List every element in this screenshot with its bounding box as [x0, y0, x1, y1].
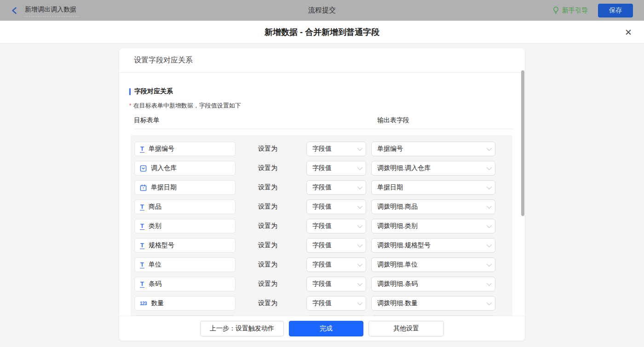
- mode-select[interactable]: 字段值: [306, 257, 366, 272]
- modal-body: 设置字段对应关系 字段对应关系 *在目标表单中新增数据，字段值设置如下 目标表单…: [0, 44, 644, 347]
- beginner-guide-link[interactable]: 新手引导: [552, 6, 588, 15]
- section-accent-bar: [129, 88, 131, 95]
- chevron-down-icon: [357, 281, 362, 286]
- flow-name[interactable]: 新增调出调入数据: [24, 5, 79, 17]
- chevron-down-icon: [357, 204, 362, 209]
- mode-select[interactable]: 字段值: [306, 238, 366, 253]
- set-as-label: 设置为: [241, 145, 301, 153]
- mapping-row: 123 数量 设置为 字段值 调拨明细.数量: [134, 296, 496, 311]
- set-as-label: 设置为: [241, 280, 301, 288]
- guide-label: 新手引导: [562, 6, 588, 15]
- target-field-label: 调入仓库: [151, 164, 177, 172]
- target-field[interactable]: T 商品: [134, 199, 236, 214]
- mapping-rows: T 单据编号 设置为 字段值 单据编号: [131, 135, 512, 336]
- topbar: 新增调出调入数据 流程提交 新手引导 保存: [0, 0, 644, 21]
- target-field-label: 数量: [151, 299, 164, 307]
- set-as-label: 设置为: [241, 203, 301, 211]
- back-button[interactable]: [11, 7, 17, 14]
- column-header-output-fields: 输出表字段: [377, 116, 409, 125]
- section-head: 字段对应关系: [129, 87, 525, 96]
- chevron-down-icon: [487, 242, 492, 247]
- lightbulb-icon: [552, 6, 559, 14]
- target-field[interactable]: T 条码: [134, 277, 236, 291]
- set-as-label: 设置为: [241, 164, 301, 172]
- output-field-select[interactable]: 调拨明细.数量: [371, 296, 495, 311]
- prev-step-button[interactable]: 上一步：设置触发动作: [200, 321, 284, 336]
- mapping-row: T 类别 设置为 字段值 调拨明细.类别: [134, 219, 496, 233]
- text-field-icon: T: [140, 281, 144, 288]
- topbar-title: 流程提交: [0, 6, 644, 15]
- card-footer: 上一步：设置触发动作 完成 其他设置: [119, 316, 525, 341]
- mode-select[interactable]: 字段值: [306, 142, 366, 156]
- target-field[interactable]: T 单据编号: [134, 142, 236, 156]
- output-field-select[interactable]: 单据日期: [371, 180, 495, 195]
- target-field[interactable]: T 规格型号: [134, 238, 236, 253]
- chevron-down-icon: [487, 184, 492, 189]
- date-field-icon: 7: [140, 184, 147, 191]
- modal-header: 新增数据 - 合并新增到普通字段 ✕: [0, 21, 644, 44]
- other-settings-button[interactable]: 其他设置: [368, 321, 444, 336]
- chevron-down-icon: [357, 223, 362, 228]
- output-field-select[interactable]: 调拨明细.规格型号: [371, 238, 495, 253]
- output-field-select[interactable]: 调拨明细.调入仓库: [371, 161, 495, 176]
- set-as-label: 设置为: [241, 261, 301, 269]
- output-field-select[interactable]: 调拨明细.条码: [371, 277, 495, 291]
- text-field-icon: T: [140, 242, 144, 249]
- chevron-down-icon: [357, 262, 362, 267]
- target-field-label: 类别: [149, 222, 161, 230]
- mode-select[interactable]: 字段值: [306, 296, 366, 311]
- target-field[interactable]: 调入仓库: [134, 161, 236, 176]
- done-button[interactable]: 完成: [289, 321, 363, 336]
- mode-select[interactable]: 字段值: [306, 161, 366, 176]
- target-field-label: 规格型号: [149, 241, 174, 250]
- mapping-row: T 商品 设置为 字段值 调拨明细.商品: [134, 199, 496, 214]
- mapping-row: T 规格型号 设置为 字段值 调拨明细.规格型号: [134, 238, 496, 253]
- chevron-down-icon: [357, 146, 362, 151]
- target-field-label: 商品: [149, 203, 161, 211]
- mapping-row: 7 单据日期 设置为 字段值 单据日期: [134, 180, 496, 195]
- vertical-scrollbar[interactable]: [521, 70, 524, 216]
- section-note: *在目标表单中新增数据，字段值设置如下: [129, 102, 525, 110]
- chevron-down-icon: [487, 262, 492, 267]
- mode-select[interactable]: 字段值: [306, 219, 366, 233]
- chevron-down-icon: [487, 146, 492, 151]
- mode-select[interactable]: 字段值: [306, 199, 366, 214]
- chevron-left-icon: [11, 7, 17, 14]
- select-field-icon: [140, 165, 147, 172]
- output-field-select[interactable]: 调拨明细.单位: [371, 257, 495, 272]
- card-title: 设置字段对应关系: [134, 56, 193, 65]
- close-icon[interactable]: ✕: [625, 28, 632, 36]
- column-headers: 目标表单 输出表字段: [119, 116, 525, 125]
- text-field-icon: T: [140, 204, 144, 210]
- target-field-label: 条码: [149, 280, 161, 288]
- target-field[interactable]: 123 数量: [134, 296, 236, 311]
- card-header: 设置字段对应关系: [119, 48, 525, 73]
- number-field-icon: 123: [140, 301, 147, 306]
- output-field-select[interactable]: 调拨明细.商品: [371, 199, 495, 214]
- mode-select[interactable]: 字段值: [306, 180, 366, 195]
- target-field[interactable]: 7 单据日期: [134, 180, 236, 195]
- set-as-label: 设置为: [241, 241, 301, 250]
- svg-text:7: 7: [143, 187, 144, 190]
- mapping-row: T 单据编号 设置为 字段值 单据编号: [134, 142, 496, 156]
- header-divider: [134, 129, 514, 129]
- chevron-down-icon: [357, 242, 362, 247]
- text-field-icon: T: [140, 146, 144, 153]
- target-field-label: 单据日期: [151, 183, 177, 192]
- target-field[interactable]: T 类别: [134, 219, 236, 233]
- target-field[interactable]: T 单位: [134, 257, 236, 272]
- topbar-right: 新手引导 保存: [552, 4, 633, 17]
- chevron-down-icon: [487, 223, 492, 228]
- set-as-label: 设置为: [241, 183, 301, 192]
- mode-select[interactable]: 字段值: [306, 277, 366, 291]
- target-field-label: 单位: [149, 261, 161, 269]
- output-field-select[interactable]: 单据编号: [371, 142, 495, 156]
- required-mark: *: [129, 102, 132, 109]
- save-button[interactable]: 保存: [598, 4, 633, 17]
- section-title: 字段对应关系: [134, 87, 173, 96]
- chevron-down-icon: [487, 300, 492, 305]
- chevron-down-icon: [487, 204, 492, 209]
- chevron-down-icon: [487, 165, 492, 170]
- output-field-select[interactable]: 调拨明细.类别: [371, 219, 495, 233]
- mapping-row: 调入仓库 设置为 字段值 调拨明细.调入仓库: [134, 161, 496, 176]
